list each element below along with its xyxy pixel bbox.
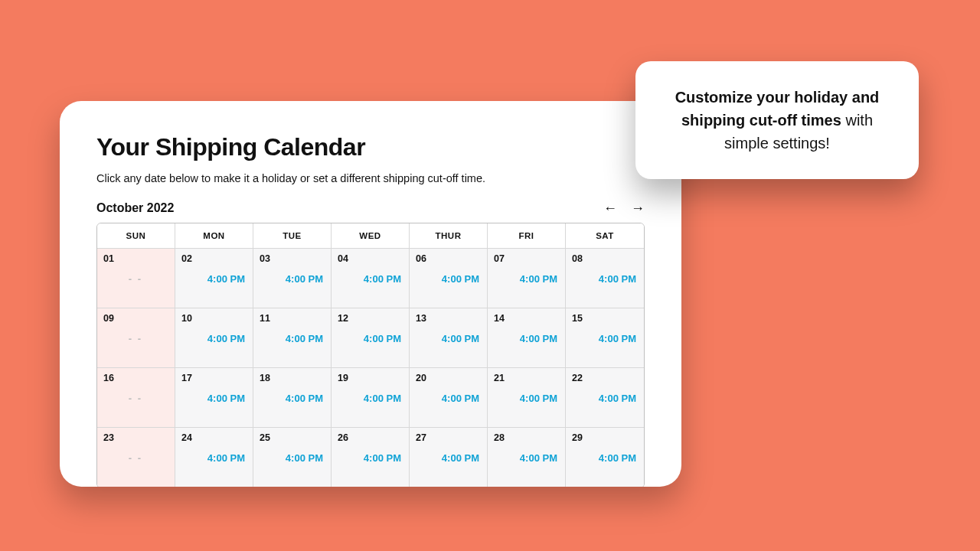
calendar-day[interactable]: 104:00 PM: [175, 308, 253, 368]
calendar-day[interactable]: 284:00 PM: [488, 428, 566, 487]
cutoff-time: 4:00 PM: [520, 452, 557, 464]
calendar-day[interactable]: 154:00 PM: [566, 308, 644, 368]
cutoff-time: 4:00 PM: [364, 393, 401, 404]
dow-label: FRI: [488, 223, 566, 249]
calendar-grid: 01- -024:00 PM034:00 PM044:00 PM064:00 P…: [97, 249, 644, 487]
calendar: SUNMONTUEWEDTHURFRISAT 01- -024:00 PM034…: [96, 223, 645, 487]
day-number: 29: [572, 432, 638, 443]
day-number: 14: [494, 313, 559, 324]
dow-label: SUN: [97, 223, 175, 249]
prev-month-button[interactable]: ←: [603, 201, 617, 215]
calendar-day[interactable]: 214:00 PM: [488, 368, 566, 428]
cutoff-time: 4:00 PM: [442, 273, 479, 285]
day-number: 03: [260, 253, 325, 264]
calendar-day[interactable]: 084:00 PM: [566, 249, 644, 308]
calendar-day[interactable]: 264:00 PM: [332, 428, 410, 487]
calendar-day[interactable]: 224:00 PM: [566, 368, 644, 428]
calendar-day[interactable]: 124:00 PM: [332, 308, 410, 368]
day-number: 21: [494, 373, 559, 383]
calendar-day[interactable]: 244:00 PM: [175, 428, 253, 487]
day-number: 13: [416, 313, 481, 324]
day-number: 04: [338, 253, 403, 264]
day-number: 28: [494, 432, 559, 443]
calendar-day[interactable]: 254:00 PM: [253, 428, 332, 487]
day-number: 22: [572, 373, 638, 383]
cutoff-time: 4:00 PM: [207, 393, 245, 404]
cutoff-time: 4:00 PM: [442, 333, 479, 344]
calendar-nav: ← →: [603, 201, 645, 215]
page-title: Your Shipping Calendar: [96, 133, 645, 161]
calendar-day[interactable]: 044:00 PM: [332, 249, 410, 308]
day-number: 09: [103, 313, 168, 324]
cutoff-time: 4:00 PM: [442, 452, 479, 464]
calendar-day[interactable]: 294:00 PM: [566, 428, 644, 487]
day-number: 06: [416, 253, 481, 264]
calendar-day[interactable]: 184:00 PM: [253, 368, 332, 428]
cutoff-time: 4:00 PM: [520, 273, 557, 285]
calendar-day[interactable]: 194:00 PM: [332, 368, 410, 428]
day-number: 15: [572, 313, 638, 324]
dow-label: THUR: [410, 223, 488, 249]
day-number: 17: [181, 373, 247, 383]
cutoff-time: 4:00 PM: [207, 452, 245, 464]
day-number: 20: [416, 373, 481, 383]
day-number: 27: [416, 432, 481, 443]
calendar-day[interactable]: 204:00 PM: [410, 368, 488, 428]
calendar-day[interactable]: 024:00 PM: [175, 249, 253, 308]
calendar-day[interactable]: 274:00 PM: [410, 428, 488, 487]
month-label: October 2022: [96, 201, 174, 215]
calendar-day[interactable]: 144:00 PM: [488, 308, 566, 368]
cutoff-time: 4:00 PM: [207, 273, 245, 285]
day-number: 18: [260, 373, 325, 383]
cutoff-time: 4:00 PM: [599, 273, 636, 285]
day-number: 24: [181, 432, 247, 443]
day-number: 02: [181, 253, 247, 264]
day-number: 19: [338, 373, 403, 383]
dow-label: TUE: [253, 223, 332, 249]
calendar-day[interactable]: 09- -: [97, 308, 175, 368]
day-number: 08: [572, 253, 638, 264]
calendar-day[interactable]: 23- -: [97, 428, 175, 487]
dow-label: WED: [332, 223, 410, 249]
cutoff-time: 4:00 PM: [599, 393, 636, 404]
day-number: 26: [338, 432, 403, 443]
day-number: 01: [103, 253, 168, 264]
cutoff-time: 4:00 PM: [520, 393, 557, 404]
calendar-day[interactable]: 134:00 PM: [410, 308, 488, 368]
dow-label: SAT: [566, 223, 644, 249]
page-subtitle: Click any date below to make it a holida…: [96, 172, 645, 184]
day-number: 12: [338, 313, 403, 324]
cutoff-off-label: - -: [129, 393, 142, 404]
cutoff-time: 4:00 PM: [286, 452, 323, 464]
cutoff-time: 4:00 PM: [599, 452, 636, 464]
day-number: 25: [260, 432, 325, 443]
promo-tooltip: Customize your holiday and shipping cut-…: [635, 61, 919, 179]
day-number: 16: [103, 373, 168, 383]
next-month-button[interactable]: →: [631, 201, 645, 215]
cutoff-off-label: - -: [129, 452, 142, 464]
calendar-day[interactable]: 074:00 PM: [488, 249, 566, 308]
calendar-day[interactable]: 034:00 PM: [253, 249, 332, 308]
cutoff-time: 4:00 PM: [442, 393, 479, 404]
calendar-day[interactable]: 114:00 PM: [253, 308, 332, 368]
cutoff-time: 4:00 PM: [364, 273, 401, 285]
calendar-day[interactable]: 01- -: [97, 249, 175, 308]
cutoff-time: 4:00 PM: [599, 333, 636, 344]
day-number: 11: [260, 313, 325, 324]
cutoff-time: 4:00 PM: [364, 452, 401, 464]
day-number: 23: [103, 432, 168, 443]
calendar-day[interactable]: 064:00 PM: [410, 249, 488, 308]
cutoff-off-label: - -: [129, 273, 142, 285]
calendar-day[interactable]: 16- -: [97, 368, 175, 428]
calendar-header: October 2022 ← →: [96, 201, 645, 215]
calendar-day[interactable]: 174:00 PM: [175, 368, 253, 428]
dow-label: MON: [175, 223, 253, 249]
arrow-left-icon: ←: [603, 201, 617, 216]
cutoff-time: 4:00 PM: [286, 333, 323, 344]
day-of-week-header: SUNMONTUEWEDTHURFRISAT: [97, 223, 644, 249]
cutoff-time: 4:00 PM: [520, 333, 557, 344]
calendar-card: Your Shipping Calendar Click any date be…: [60, 101, 681, 487]
cutoff-time: 4:00 PM: [364, 333, 401, 344]
cutoff-time: 4:00 PM: [286, 393, 323, 404]
day-number: 07: [494, 253, 559, 264]
